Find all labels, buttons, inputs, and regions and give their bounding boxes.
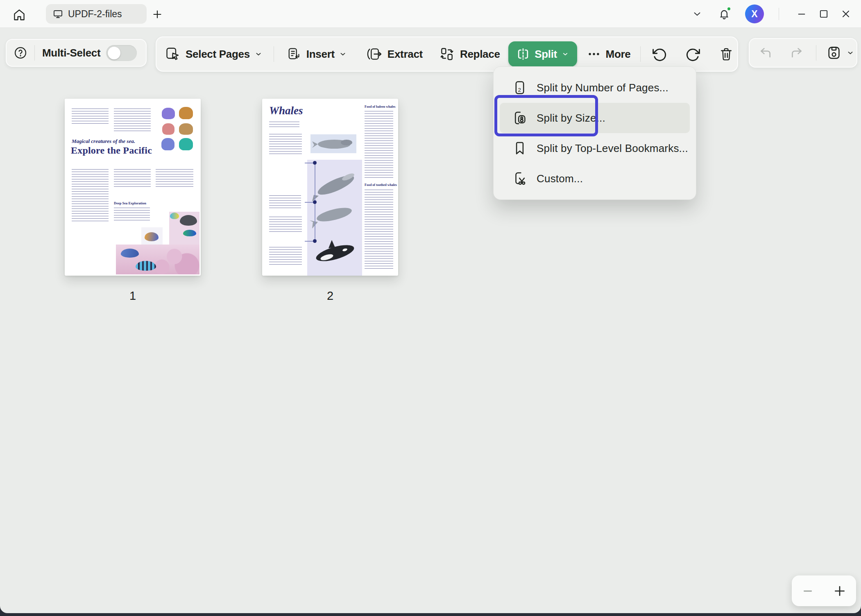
fish-photo [169,212,199,245]
close-icon [841,9,851,19]
ellipsis-icon [587,47,601,61]
multi-select-label: Multi-Select [42,47,100,59]
text-lines [269,134,302,155]
text-lines [156,169,193,188]
divider [274,46,274,62]
maximize-button[interactable] [818,9,829,19]
chevron-down-icon [254,50,263,59]
blue-whale-illustration [310,134,356,153]
text-lines [269,247,302,265]
undo-icon [759,46,773,60]
coral-thumbnail [162,123,174,135]
minimize-icon [796,9,807,19]
minimize-button[interactable] [796,9,807,19]
whale-image-panel [310,134,356,153]
home-button[interactable] [12,9,26,21]
chevron-down-icon [846,48,855,57]
replace-button[interactable]: Replace [439,46,500,62]
undo-button[interactable] [759,46,773,60]
minus-icon [802,585,814,597]
coral-photo [116,245,199,274]
rotate-left-icon [650,45,668,63]
chevron-down-icon [692,9,702,19]
page2-heading-1: Food of baleen whales [365,105,395,109]
collapse-toolbar-button[interactable] [692,9,702,19]
app-surface: UPDF-2-files X [0,0,861,613]
replace-label: Replace [460,48,500,61]
menu-item-label: Split by Number of Pages... [537,82,668,94]
insert-button[interactable]: Insert [286,47,347,61]
zoom-controls [792,575,856,606]
plus-icon [833,584,846,598]
split-label: Split [535,48,557,61]
menu-item-split-by-size[interactable]: Split by Size... [500,103,690,133]
extract-button[interactable]: Extract [366,46,423,62]
split-button[interactable]: Split [508,41,577,67]
timeline-dot [313,161,317,165]
more-button[interactable]: More [587,47,631,61]
extract-icon [366,46,383,62]
toggle-knob [108,47,120,59]
timeline-dot [313,239,317,243]
plus-icon [151,8,164,21]
page-size-icon [512,110,528,126]
document-tab[interactable]: UPDF-2-files [46,4,147,24]
text-lines [114,169,151,187]
page2-title: Whales [269,104,303,117]
text-lines [269,195,301,209]
humpback-whale-illustration [307,165,362,206]
close-button[interactable] [841,9,851,19]
menu-item-split-by-number-of-pages[interactable]: 2 Split by Number of Pages... [500,72,690,103]
notifications-button[interactable] [718,8,730,20]
replace-icon [439,46,455,62]
divider [816,45,816,61]
save-options-button[interactable] [846,48,855,57]
title-bar: UPDF-2-files X [0,0,861,28]
text-lines [365,111,393,178]
insert-label: Insert [306,48,335,61]
sperm-whale-illustration [307,202,362,231]
redo-button[interactable] [790,46,804,60]
menu-item-split-by-top-level-bookmarks[interactable]: Split by Top-Level Bookmarks... [500,133,690,163]
delete-page-button[interactable] [718,46,734,62]
coral-thumbnail [162,108,175,119]
multi-select-toggle[interactable] [106,45,137,61]
text-lines [365,190,393,270]
zoom-out-button[interactable] [802,585,814,597]
divider [34,45,35,61]
help-button[interactable] [13,45,28,60]
history-save-group [749,38,857,68]
new-tab-button[interactable] [151,8,164,21]
fish-photo [141,227,163,245]
rotate-right-button[interactable] [684,45,702,63]
divider [640,46,641,62]
coral-thumbnail [161,138,174,150]
split-dropdown-menu: 2 Split by Number of Pages... Split by S… [493,66,696,200]
page-number-2: 2 [262,289,398,303]
menu-item-custom[interactable]: Custom... [500,163,690,194]
avatar[interactable]: X [745,5,764,23]
text-lines [269,122,299,128]
cursor-select-icon [165,46,180,62]
zoom-in-button[interactable] [833,584,846,598]
text-lines [72,169,109,222]
page-thumbnail-1[interactable]: Magical creatures of the sea. Explore th… [65,99,201,276]
more-label: More [606,48,631,61]
menu-item-label: Split by Top-Level Bookmarks... [537,142,688,155]
chevron-down-icon [338,50,347,59]
page1-title: Explore the Pacific [71,145,152,156]
menu-item-label: Custom... [537,172,583,185]
scissors-page-icon [512,171,528,186]
notification-dot [727,7,731,11]
save-icon [826,45,842,61]
tab-label: UPDF-2-files [68,9,122,20]
text-lines [72,109,109,125]
monitor-icon [52,9,63,20]
multi-select-group: Multi-Select [6,39,147,67]
save-button[interactable] [826,45,842,61]
text-lines [114,208,150,222]
text-lines [269,217,302,234]
page-thumbnail-2[interactable]: Whales Food of baleen whales [262,99,398,276]
rotate-left-button[interactable] [650,45,668,63]
select-pages-button[interactable]: Select Pages [165,46,263,62]
